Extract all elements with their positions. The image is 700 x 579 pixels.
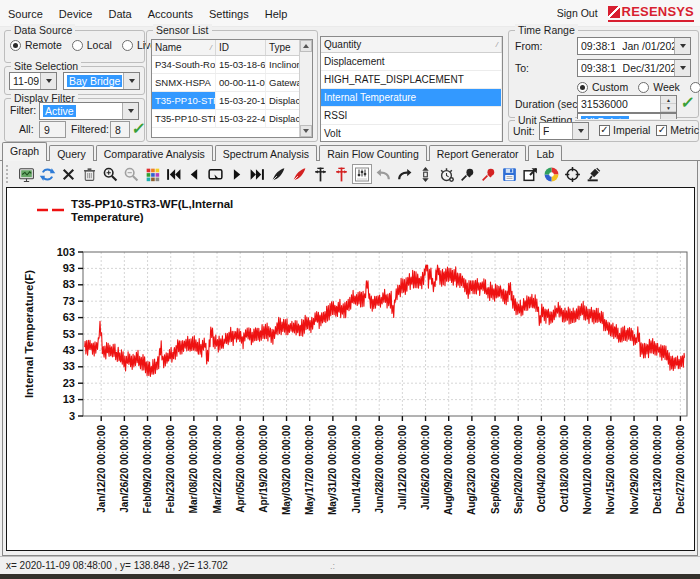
chevron-down-icon[interactable] (572, 123, 588, 139)
v-expand-icon[interactable] (415, 164, 435, 184)
checkbox-imperial[interactable]: ✓Imperial (599, 124, 650, 136)
tab-lab[interactable]: Lab (528, 145, 562, 161)
filter-select[interactable]: Active (39, 102, 139, 120)
radio-mode-week[interactable]: Week (638, 81, 680, 93)
sensor-row[interactable]: T35-PP10-STR...15-03-22-49Displacem... (152, 110, 312, 128)
scheduler-icon[interactable] (436, 164, 456, 184)
column-header-quantity[interactable]: Quantity/ (321, 37, 502, 52)
tab-spectrum-analysis[interactable]: Spectrum Analysis (215, 145, 317, 161)
skip-last-icon[interactable] (247, 164, 267, 184)
tab-query[interactable]: Query (49, 145, 94, 161)
radio-mode-month[interactable]: Month (690, 81, 700, 93)
step-back-icon[interactable] (184, 164, 204, 184)
svg-text:3: 3 (69, 410, 75, 422)
pin-black-icon[interactable] (457, 164, 477, 184)
chevron-down-icon[interactable] (674, 38, 690, 54)
step-forward-icon[interactable] (226, 164, 246, 184)
menu-help[interactable]: Help (257, 4, 296, 24)
tab-rain-flow-counting[interactable]: Rain Flow Counting (319, 145, 427, 161)
quantity-item-rssi[interactable]: RSSI (321, 107, 502, 125)
svg-text:33: 33 (63, 360, 75, 372)
sensor-cell: SNMX-HSPA (152, 74, 216, 91)
device-screen-icon[interactable] (16, 164, 36, 184)
svg-text:May/31/20 00:00:00: May/31/20 00:00:00 (327, 425, 338, 516)
pen-black-icon[interactable] (268, 164, 288, 184)
close-icon[interactable] (58, 164, 78, 184)
export-icon[interactable] (520, 164, 540, 184)
trash-icon[interactable] (79, 164, 99, 184)
status-grip[interactable]: .: (330, 561, 335, 571)
column-header-id[interactable]: ID (216, 40, 266, 55)
tab-graph[interactable]: Graph (2, 142, 47, 161)
axis-cursor-black-icon[interactable] (310, 164, 330, 184)
color-wheel-icon[interactable] (541, 164, 561, 184)
zoom-out-icon[interactable] (121, 164, 141, 184)
menu-data[interactable]: Data (100, 4, 139, 24)
radio-source-remote[interactable]: Remote (10, 39, 62, 51)
scroll-down-icon[interactable] (300, 125, 312, 137)
scroll-up-icon[interactable] (300, 40, 312, 52)
temperature-chart[interactable]: 3132333435363738393103Jan/12/20 00:00:00… (7, 188, 693, 548)
pin-red-icon[interactable] (478, 164, 498, 184)
menu-source[interactable]: Source (0, 4, 51, 24)
unit-select[interactable]: F (539, 122, 589, 140)
display-filter-group: Display Filter Filter: Active All: 9 Fil… (4, 98, 145, 142)
duration-input[interactable]: 31536000 ▲▼ (577, 95, 677, 113)
radio-mode-custom[interactable]: Custom (577, 81, 628, 93)
menu-settings[interactable]: Settings (201, 4, 257, 24)
toolbar-grip[interactable] (6, 165, 12, 183)
sensor-row[interactable]: T35-PP10-STR...15-03-20-10Displacem... (152, 92, 312, 110)
quantity-item-displacement[interactable]: Displacement (321, 53, 502, 71)
target-icon[interactable] (562, 164, 582, 184)
tab-report-generator[interactable]: Report Generator (429, 145, 527, 161)
sensor-list-scrollbar[interactable] (299, 40, 312, 137)
chevron-down-icon[interactable] (122, 103, 138, 119)
quantity-label: Displacement (321, 53, 502, 70)
quantity-item-high-rate-displacement[interactable]: HIGH_RATE_DISPLACEMENT (321, 71, 502, 89)
svg-text:May/17/20 00:00:00: May/17/20 00:00:00 (304, 425, 315, 516)
radio-source-local[interactable]: Local (72, 39, 112, 51)
zoom-in-icon[interactable] (100, 164, 120, 184)
from-datetime-select[interactable]: 09:38:11 Jan /01/2020 (577, 37, 691, 55)
column-header-name[interactable]: Name/ (152, 40, 216, 55)
sensor-row[interactable]: P34-South-Rota...15-03-18-68Inclinomet..… (152, 56, 312, 74)
chevron-down-icon[interactable] (40, 73, 56, 89)
sensor-row[interactable]: SNMX-HSPA00-00-11-09Gateway-S... (152, 74, 312, 92)
pen-red-icon[interactable] (289, 164, 309, 184)
svg-text:Nov/15/20 00:00:00: Nov/15/20 00:00:00 (605, 425, 616, 515)
data-source-radios: RemoteLocalLive (10, 39, 166, 51)
all-label: All: (19, 123, 34, 135)
quantity-item-volt[interactable]: Volt (321, 125, 502, 142)
to-datetime-select[interactable]: 09:38:11 Dec/31/2020 (577, 59, 691, 77)
undo-icon[interactable] (373, 164, 393, 184)
quantity-label: RSSI (321, 107, 502, 124)
microscope-icon[interactable] (583, 164, 603, 184)
menu-device[interactable]: Device (51, 4, 101, 24)
radio-mode-label: Week (653, 81, 680, 93)
skip-first-icon[interactable] (163, 164, 183, 184)
chevron-down-icon[interactable] (674, 60, 690, 76)
screen-cursor-icon[interactable] (205, 164, 225, 184)
radio-source-label: Local (87, 39, 112, 51)
chart-panel[interactable]: 3132333435363738393103Jan/12/20 00:00:00… (6, 187, 695, 551)
site-name-select[interactable]: Bay Bridge (63, 72, 140, 90)
from-time-value: 09:38:11 (581, 40, 615, 52)
sliders-icon[interactable] (352, 164, 372, 184)
quantity-item-internal-temperature[interactable]: Internal Temperature (321, 89, 502, 107)
quantity-label: Volt (321, 125, 502, 142)
refresh-icon[interactable] (37, 164, 57, 184)
sort-indicator-icon: / (494, 40, 498, 49)
chevron-down-icon[interactable] (123, 73, 139, 89)
menu-accounts[interactable]: Accounts (140, 4, 201, 24)
checkbox-metric[interactable]: ✓Metric (656, 124, 699, 136)
sample-select-clipped[interactable]: All Points (577, 113, 677, 119)
palette-icon[interactable] (142, 164, 162, 184)
tab-comparative-analysis[interactable]: Comparative Analysis (96, 145, 213, 161)
sample-value: All Points (581, 116, 629, 119)
redo-icon[interactable] (394, 164, 414, 184)
axis-cursor-red-icon[interactable] (331, 164, 351, 184)
duration-spinner[interactable]: ▲▼ (660, 96, 676, 112)
save-icon[interactable] (499, 164, 519, 184)
site-id-select[interactable]: 11-09 (9, 72, 57, 90)
sign-out-button[interactable]: Sign Out (557, 7, 598, 19)
